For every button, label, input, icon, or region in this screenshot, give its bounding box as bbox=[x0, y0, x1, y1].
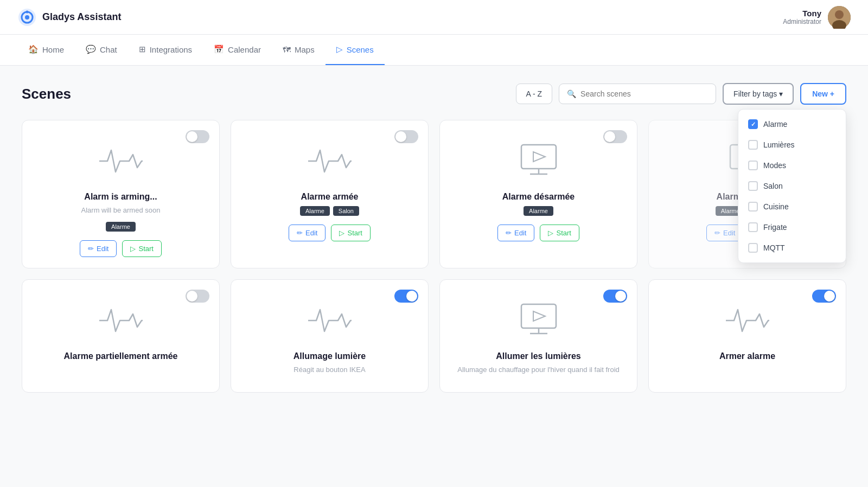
user-profile[interactable]: Tony Administrator bbox=[783, 6, 851, 29]
edit-button-2[interactable]: ✏ Edit bbox=[289, 225, 326, 241]
nav-chat-label: Chat bbox=[100, 45, 117, 54]
toggle-1[interactable] bbox=[186, 130, 209, 143]
toggle-3[interactable] bbox=[603, 130, 627, 143]
scene-card-3: Alarme désarmée Alarme ✏ Edit ▷ Start bbox=[439, 120, 637, 268]
scene-icon-6 bbox=[308, 302, 352, 342]
scene-desc-1: Alarm will be armed soon bbox=[81, 206, 161, 214]
scenes-icon: ▷ bbox=[336, 44, 343, 54]
scene-desc-6: Réagit au bouton IKEA bbox=[293, 366, 365, 374]
navigation: 🏠 Home 💬 Chat ⊞ Integrations 📅 Calendar … bbox=[0, 35, 868, 66]
filter-tag-alarme[interactable]: Alarme bbox=[738, 114, 846, 134]
toggle-switch-8[interactable] bbox=[812, 290, 836, 303]
toggle-2[interactable] bbox=[394, 130, 418, 143]
filter-tag-modes[interactable]: Modes bbox=[738, 155, 846, 176]
scene-card-1: Alarm is arming... Alarm will be armed s… bbox=[22, 120, 220, 268]
nav-scenes[interactable]: ▷ Scenes bbox=[326, 35, 385, 65]
edit-icon-2: ✏ bbox=[297, 229, 303, 237]
nav-calendar[interactable]: 📅 Calendar bbox=[203, 35, 272, 65]
pulse-icon-2 bbox=[308, 142, 352, 180]
scene-actions-1: ✏ Edit ▷ Start bbox=[80, 240, 162, 257]
main-content: Scenes A - Z 🔍 Filter by tags ▾ New + Al… bbox=[0, 66, 868, 410]
sort-button[interactable]: A - Z bbox=[516, 84, 553, 104]
tag-label-cuisine: Cuisine bbox=[763, 202, 789, 211]
toggle-switch-2[interactable] bbox=[394, 130, 418, 143]
filter-dropdown: Alarme Lumières Modes Salon Cuisine Frig… bbox=[738, 109, 846, 263]
edit-button-3[interactable]: ✏ Edit bbox=[497, 225, 534, 241]
toggle-8[interactable] bbox=[812, 290, 836, 303]
nav-chat[interactable]: 💬 Chat bbox=[75, 35, 128, 65]
checkbox-salon[interactable] bbox=[748, 181, 758, 191]
toggle-7[interactable] bbox=[603, 290, 627, 303]
user-info: Tony Administrator bbox=[783, 9, 821, 25]
filter-tag-cuisine[interactable]: Cuisine bbox=[738, 196, 846, 217]
scene-card-8: Armer alarme bbox=[648, 279, 846, 393]
scene-icon-2 bbox=[308, 142, 352, 182]
user-name: Tony bbox=[783, 9, 821, 18]
nav-home[interactable]: 🏠 Home bbox=[17, 35, 75, 65]
filter-tag-lumieres[interactable]: Lumières bbox=[738, 134, 846, 155]
monitor-icon-7 bbox=[517, 302, 560, 339]
user-role: Administrator bbox=[783, 18, 821, 25]
scene-title-7: Allumer les lumières bbox=[496, 351, 581, 361]
start-button-3[interactable]: ▷ Start bbox=[540, 225, 579, 241]
integrations-icon: ⊞ bbox=[139, 44, 146, 54]
maps-icon: 🗺 bbox=[283, 45, 291, 54]
checkbox-lumieres[interactable] bbox=[748, 140, 758, 150]
start-icon-1: ▷ bbox=[130, 245, 136, 253]
chat-icon: 💬 bbox=[86, 44, 96, 54]
scene-title-5: Alarme partiellement armée bbox=[64, 351, 178, 361]
filter-tag-frigate[interactable]: Frigate bbox=[738, 217, 846, 238]
filter-tag-mqtt[interactable]: MQTT bbox=[738, 238, 846, 258]
nav-scenes-label: Scenes bbox=[347, 45, 374, 54]
scene-tags-2: Alarme Salon bbox=[300, 206, 359, 216]
nav-maps-label: Maps bbox=[295, 45, 315, 54]
pulse-icon-1 bbox=[99, 142, 143, 180]
checkbox-modes[interactable] bbox=[748, 161, 758, 170]
scene-icon-7 bbox=[517, 302, 560, 342]
nav-integrations-label: Integrations bbox=[150, 45, 192, 54]
toggle-switch-3[interactable] bbox=[603, 130, 627, 143]
toggle-switch-5[interactable] bbox=[186, 290, 209, 303]
scene-title-8: Armer alarme bbox=[719, 351, 775, 361]
nav-calendar-label: Calendar bbox=[228, 45, 261, 54]
edit-icon-4: ✏ bbox=[714, 229, 720, 237]
scene-tag-1-0: Alarme bbox=[106, 222, 136, 232]
scene-title-2: Alarme armée bbox=[301, 192, 359, 202]
search-icon: 🔍 bbox=[567, 89, 576, 98]
toggle-switch-7[interactable] bbox=[603, 290, 627, 303]
filter-tag-salon[interactable]: Salon bbox=[738, 176, 846, 196]
nav-integrations[interactable]: ⊞ Integrations bbox=[128, 35, 203, 65]
toggle-5[interactable] bbox=[186, 290, 209, 303]
page-title: Scenes bbox=[22, 86, 509, 102]
start-label-2: Start bbox=[347, 229, 362, 237]
svg-marker-10 bbox=[533, 152, 545, 162]
logo[interactable]: Gladys Assistant bbox=[17, 8, 121, 27]
edit-icon-3: ✏ bbox=[506, 229, 512, 237]
toggle-switch-6[interactable] bbox=[394, 290, 418, 303]
checkbox-frigate[interactable] bbox=[748, 222, 758, 232]
svg-point-2 bbox=[25, 15, 29, 20]
checkbox-alarme[interactable] bbox=[748, 119, 758, 129]
nav-maps[interactable]: 🗺 Maps bbox=[272, 35, 326, 65]
scene-icon-3 bbox=[517, 142, 560, 182]
scene-desc-7: Allumage du chauffage pour l'hiver quand… bbox=[457, 366, 620, 374]
filter-button[interactable]: Filter by tags ▾ bbox=[723, 83, 794, 105]
search-input[interactable] bbox=[580, 89, 708, 98]
edit-button-1[interactable]: ✏ Edit bbox=[80, 240, 117, 257]
scene-card-7: Allumer les lumières Allumage du chauffa… bbox=[439, 279, 637, 393]
scene-card-6: Allumage lumière Réagit au bouton IKEA bbox=[231, 279, 429, 393]
start-button-2[interactable]: ▷ Start bbox=[331, 225, 370, 241]
toggle-6[interactable] bbox=[394, 290, 418, 303]
start-button-1[interactable]: ▷ Start bbox=[122, 240, 161, 257]
toggle-switch-1[interactable] bbox=[186, 130, 209, 143]
home-icon: 🏠 bbox=[28, 44, 39, 54]
search-box: 🔍 bbox=[559, 84, 716, 104]
scenes-grid: Alarm is arming... Alarm will be armed s… bbox=[22, 120, 846, 393]
edit-icon-1: ✏ bbox=[88, 245, 94, 253]
checkbox-mqtt[interactable] bbox=[748, 243, 758, 253]
toolbar: Scenes A - Z 🔍 Filter by tags ▾ New + bbox=[22, 83, 846, 105]
tag-label-frigate: Frigate bbox=[763, 223, 787, 232]
new-button[interactable]: New + bbox=[800, 83, 846, 105]
checkbox-cuisine[interactable] bbox=[748, 202, 758, 212]
scene-icon-1 bbox=[99, 142, 143, 182]
